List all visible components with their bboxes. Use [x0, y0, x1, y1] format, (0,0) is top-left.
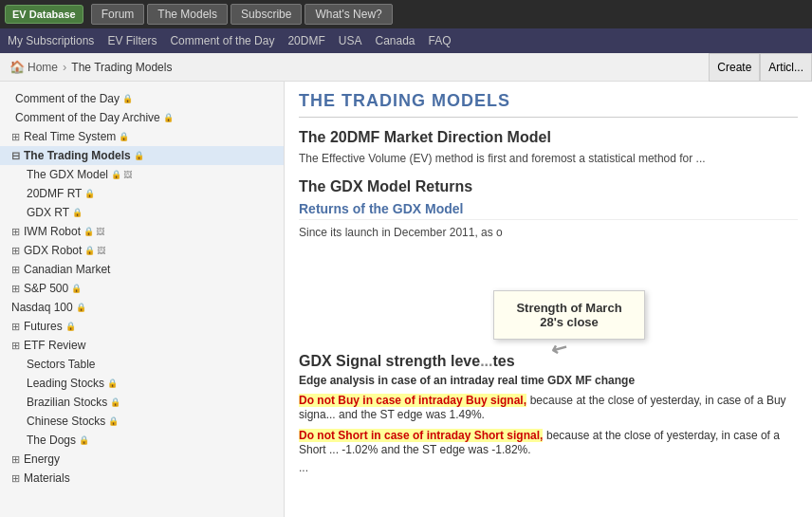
top-navigation: EV Database Forum The Models Subscribe W… [0, 0, 812, 28]
tooltip-box: Strength of March 28's close ↙ [493, 290, 645, 340]
subnav-evfilters[interactable]: EV Filters [107, 34, 157, 47]
breadcrumb-icon: 🏠 [9, 60, 25, 74]
sidebar-item-gdx-robot[interactable]: ⊞ GDX Robot 🔒 🖼 [0, 241, 284, 260]
lock-icon: 🔒 [108, 416, 119, 426]
create-button[interactable]: Create [709, 53, 760, 82]
content-area: THE TRADING MODELS The 20DMF Market Dire… [285, 82, 812, 517]
article-button[interactable]: Articl... [760, 53, 812, 82]
sidebar-item-iwm-robot[interactable]: ⊞ IWM Robot 🔒 🖼 [0, 222, 284, 241]
sidebar: Comment of the Day 🔒 Comment of the Day … [0, 82, 285, 517]
expand-icon: ⊟ [11, 150, 20, 162]
sidebar-item-gdx-model[interactable]: The GDX Model 🔒 🖼 [0, 165, 284, 184]
section1-title: The 20DMF Market Direction Model [299, 129, 798, 146]
breadcrumb-current: The Trading Models [71, 61, 172, 74]
lock-icon: 🔒 [65, 322, 76, 331]
subnav-faq[interactable]: FAQ [429, 34, 452, 47]
sidebar-item-comment-archive[interactable]: Comment of the Day Archive 🔒 [0, 108, 284, 127]
lock-icon: 🔒 [84, 246, 95, 255]
lock-icon: 🔒 [76, 303, 86, 312]
expand-icon: ⊞ [11, 321, 20, 333]
lock-icon: 🔒 [134, 151, 144, 160]
subscribe-button[interactable]: Subscribe [231, 4, 302, 25]
highlight-text-2: Do not Short in case of intraday Short s… [299, 429, 543, 442]
sidebar-item-sectors-table[interactable]: Sectors Table [0, 355, 284, 374]
dots-row: ... [299, 461, 798, 474]
subnav-comment[interactable]: Comment of the Day [170, 34, 274, 47]
sidebar-label: Sectors Table [27, 358, 96, 371]
sidebar-label: Nasdaq 100 [11, 301, 73, 314]
sidebar-label: GDX Robot [24, 244, 82, 257]
section1-body: The Effective Volume (EV) method is firs… [299, 152, 798, 165]
highlight-row-2: Do not Short in case of intraday Short s… [299, 426, 798, 458]
section2-title: The GDX Model Returns [299, 178, 798, 195]
sidebar-item-comment-of-day[interactable]: Comment of the Day 🔒 [0, 89, 284, 108]
sidebar-item-energy[interactable]: ⊞ Energy [0, 450, 284, 469]
sidebar-label: Leading Stocks [27, 377, 104, 390]
lock-icon: 🔒 [79, 435, 89, 445]
sidebar-item-canadian-market[interactable]: ⊞ Canadian Market [0, 260, 284, 279]
sidebar-item-materials[interactable]: ⊞ Materials [0, 469, 284, 488]
sidebar-item-the-dogs[interactable]: The Dogs 🔒 [0, 431, 284, 450]
breadcrumb-home[interactable]: Home [28, 61, 58, 74]
breadcrumb-separator: › [63, 60, 66, 74]
sidebar-label: IWM Robot [24, 225, 81, 238]
lock-icon: 🔒 [71, 284, 82, 293]
expand-icon: ⊞ [11, 264, 20, 276]
expand-icon: ⊞ [11, 472, 20, 485]
subnav-20dmf[interactable]: 20DMF [287, 34, 324, 47]
sidebar-item-nasdaq[interactable]: Nasdaq 100 🔒 [0, 298, 284, 317]
gdx-section: The GDX Model Returns Returns of the GDX… [299, 178, 798, 239]
lock-icon: 🔒 [83, 227, 94, 236]
lock-icon: 🔒 [122, 94, 133, 103]
logo[interactable]: EV Database [5, 5, 83, 24]
sidebar-item-leading-stocks[interactable]: Leading Stocks 🔒 [0, 374, 284, 393]
page-title: THE TRADING MODELS [299, 91, 798, 118]
sidebar-label: ETF Review [24, 339, 85, 352]
sidebar-label: Futures [24, 320, 63, 333]
expand-icon: ⊞ [11, 453, 20, 466]
models-button[interactable]: The Models [147, 4, 228, 25]
image-icon: 🖼 [97, 246, 105, 255]
subnav-usa[interactable]: USA [339, 34, 362, 47]
subnav-canada[interactable]: Canada [375, 34, 415, 47]
sidebar-item-etf-review[interactable]: ⊞ ETF Review [0, 336, 284, 355]
expand-icon: ⊞ [11, 226, 20, 238]
sidebar-label: 20DMF RT [27, 187, 82, 200]
image-icon: 🖼 [96, 227, 104, 236]
expand-icon: ⊞ [11, 340, 20, 352]
sidebar-label: Comment of the Day [15, 92, 120, 105]
sidebar-item-gdx-rt[interactable]: GDX RT 🔒 [0, 203, 284, 222]
sidebar-label: S&P 500 [24, 282, 68, 295]
subnav-subscriptions[interactable]: My Subscriptions [8, 34, 94, 47]
lock-icon: 🔒 [107, 379, 118, 388]
section2-body: Since its launch in December 2011, as o [299, 226, 798, 239]
sidebar-item-chinese-stocks[interactable]: Chinese Stocks 🔒 [0, 412, 284, 431]
sidebar-item-real-time[interactable]: ⊞ Real Time System 🔒 [0, 127, 284, 146]
logo-area: EV Database [5, 5, 83, 24]
sidebar-item-sp500[interactable]: ⊞ S&P 500 🔒 [0, 279, 284, 298]
highlight-row-1: Do not Buy in case of intraday Buy signa… [299, 391, 798, 423]
sub-navigation: My Subscriptions EV Filters Comment of t… [0, 28, 812, 53]
sidebar-item-20dmf-rt[interactable]: 20DMF RT 🔒 [0, 184, 284, 203]
forum-button[interactable]: Forum [91, 4, 145, 25]
sidebar-label: The Dogs [27, 434, 76, 447]
sidebar-item-trading-models[interactable]: ⊟ The Trading Models 🔒 [0, 146, 284, 165]
sidebar-label: The GDX Model [27, 168, 108, 181]
tooltip-text: Strength of March 28's close [516, 301, 621, 329]
section2-subtitle: Returns of the GDX Model [299, 201, 798, 220]
sidebar-label: The Trading Models [24, 149, 131, 162]
signal-section: GDX Signal strength leve...tes Edge anal… [299, 353, 798, 474]
sidebar-label: Comment of the Day Archive [15, 111, 160, 124]
sidebar-label: GDX RT [27, 206, 69, 219]
sidebar-item-futures[interactable]: ⊞ Futures 🔒 [0, 317, 284, 336]
lock-icon: 🔒 [111, 170, 121, 179]
sidebar-label: Energy [24, 452, 60, 466]
main-layout: Comment of the Day 🔒 Comment of the Day … [0, 82, 812, 517]
sidebar-label: Materials [24, 471, 70, 485]
edge-label: Edge analysis in case of an intraday rea… [299, 374, 798, 387]
sidebar-item-brazilian-stocks[interactable]: Brazilian Stocks 🔒 [0, 393, 284, 412]
lock-icon: 🔒 [84, 189, 95, 198]
expand-icon: ⊞ [11, 245, 20, 257]
whatsnew-button[interactable]: What's New? [304, 4, 392, 25]
sidebar-label: Real Time System [24, 130, 116, 143]
